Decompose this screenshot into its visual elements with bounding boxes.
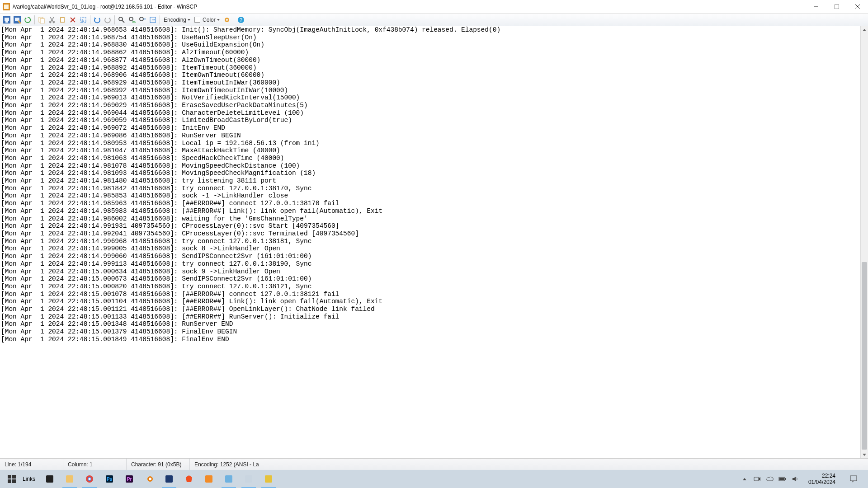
statusbar: Line: 1/194 Column: 1 Character: 91 (0x5… (0, 458, 868, 470)
tray-meet-now-icon[interactable] (753, 475, 761, 483)
svg-point-25 (140, 17, 143, 21)
svg-rect-34 (12, 479, 16, 483)
taskbar-links-label[interactable]: Links (22, 476, 40, 482)
taskbar: Links Ps Pr 22:24 01/04/2024 (0, 470, 868, 488)
tray-onedrive-icon[interactable] (766, 475, 774, 483)
scrollbar-track[interactable] (861, 34, 868, 450)
titlebar: /var/log/cabal/WorldSvr_01_01.log - root… (0, 0, 868, 14)
taskbar-brave-icon[interactable] (179, 470, 199, 488)
svg-line-22 (122, 20, 124, 23)
find-next-icon[interactable] (137, 15, 147, 25)
window-title: /var/log/cabal/WorldSvr_01_01.log - root… (13, 4, 806, 10)
taskbar-photoshop-icon[interactable]: Ps (99, 470, 119, 488)
color-label: Color (203, 17, 216, 23)
tray-clock[interactable]: 22:24 01/04/2024 (804, 473, 840, 485)
minimize-button[interactable] (806, 0, 826, 14)
tray-date: 01/04/2024 (808, 479, 835, 485)
goto-icon[interactable] (148, 15, 158, 25)
chevron-down-icon (217, 19, 220, 21)
tray-volume-icon[interactable] (791, 475, 799, 483)
svg-rect-31 (8, 475, 11, 479)
replace-icon[interactable]: ac (127, 15, 137, 25)
taskbar-store-icon[interactable] (40, 470, 60, 488)
save-as-icon[interactable] (12, 15, 22, 25)
svg-rect-32 (12, 475, 16, 479)
svg-rect-44 (850, 476, 857, 481)
system-tray: 22:24 01/04/2024 (741, 470, 866, 488)
close-button[interactable] (847, 0, 868, 14)
svg-rect-12 (40, 19, 44, 23)
taskbar-blender-icon[interactable] (139, 470, 159, 488)
svg-rect-7 (5, 18, 9, 21)
svg-rect-43 (779, 478, 784, 480)
select-all-icon[interactable]: a (78, 15, 88, 25)
maximize-button[interactable] (826, 0, 847, 14)
tray-time: 22:24 (808, 473, 835, 479)
taskbar-putty-icon[interactable] (239, 470, 259, 488)
svg-rect-40 (754, 477, 759, 481)
paste-icon[interactable] (57, 15, 67, 25)
chevron-down-icon (188, 19, 190, 21)
svg-text:a: a (81, 18, 84, 23)
taskbar-premiere-icon[interactable]: Pr (119, 470, 139, 488)
toolbar: a ac Encoding Color ? (0, 14, 868, 26)
status-encoding: Encoding: 1252 (ANSI - La (190, 459, 264, 470)
preferences-icon[interactable] (222, 15, 232, 25)
svg-text:?: ? (240, 17, 242, 23)
start-button[interactable] (2, 470, 22, 488)
svg-point-28 (226, 19, 228, 21)
editor-area[interactable]: [Mon Apr 1 2024 22:48:14.968653 41485166… (0, 26, 868, 458)
tray-overflow-icon[interactable] (741, 475, 749, 483)
status-character: Character: 91 (0x5B) (127, 459, 190, 470)
cut-icon[interactable] (47, 15, 57, 25)
status-column: Column: 1 (63, 459, 127, 470)
redo-icon[interactable] (103, 15, 113, 25)
reload-icon[interactable] (23, 15, 33, 25)
app-icon (3, 3, 10, 10)
find-icon[interactable] (117, 15, 127, 25)
svg-rect-33 (8, 479, 11, 483)
delete-icon[interactable] (68, 15, 78, 25)
vertical-scrollbar[interactable] (860, 26, 868, 458)
svg-rect-1 (4, 5, 9, 9)
svg-text:ac: ac (132, 19, 136, 23)
log-text[interactable]: [Mon Apr 1 2024 22:48:14.968653 41485166… (0, 26, 868, 343)
encoding-dropdown[interactable]: Encoding (162, 17, 192, 23)
help-icon[interactable]: ? (236, 15, 246, 25)
undo-icon[interactable] (92, 15, 102, 25)
svg-point-21 (119, 17, 123, 21)
svg-point-39 (149, 478, 151, 480)
taskbar-app2-icon[interactable] (259, 470, 278, 488)
svg-rect-42 (785, 478, 786, 480)
svg-rect-10 (15, 18, 19, 21)
taskbar-winscp-icon[interactable] (219, 470, 239, 488)
taskbar-chrome-icon[interactable] (80, 470, 99, 488)
svg-point-37 (89, 478, 91, 480)
tray-notifications-icon[interactable] (844, 470, 863, 488)
status-line: Line: 1/194 (0, 459, 63, 470)
scrollbar-thumb[interactable] (862, 262, 867, 450)
tray-battery-icon[interactable] (778, 475, 787, 483)
svg-rect-8 (5, 21, 8, 23)
scroll-down-button[interactable] (861, 450, 868, 458)
taskbar-app1-icon[interactable] (199, 470, 219, 488)
svg-rect-3 (835, 5, 839, 9)
copy-icon[interactable] (37, 15, 47, 25)
scroll-up-button[interactable] (861, 26, 868, 34)
save-icon[interactable] (2, 15, 12, 25)
taskbar-virtualbox-icon[interactable] (159, 470, 179, 488)
svg-rect-16 (61, 18, 64, 22)
taskbar-explorer-icon[interactable] (60, 470, 80, 488)
encoding-label: Encoding (164, 17, 186, 23)
color-dropdown[interactable]: Color (193, 17, 222, 23)
color-checkbox[interactable] (194, 17, 200, 23)
